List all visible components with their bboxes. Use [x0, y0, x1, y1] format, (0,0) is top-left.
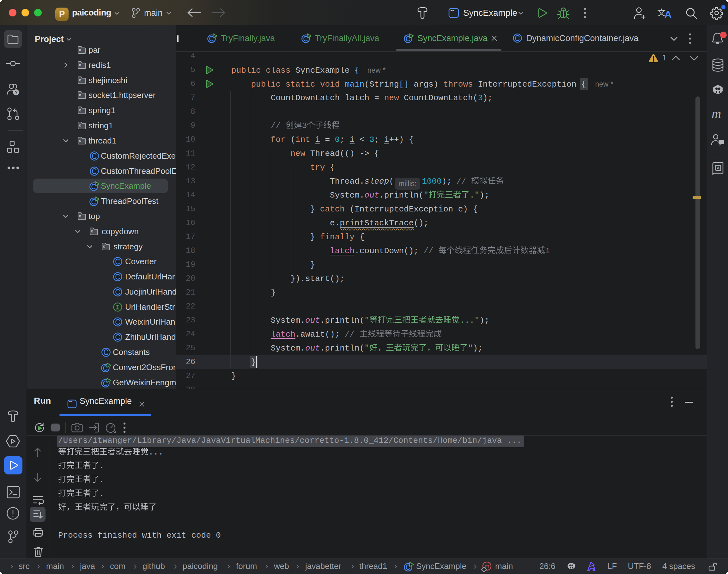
svg-text:A: A [717, 166, 720, 170]
svg-text:?: ? [14, 89, 17, 95]
